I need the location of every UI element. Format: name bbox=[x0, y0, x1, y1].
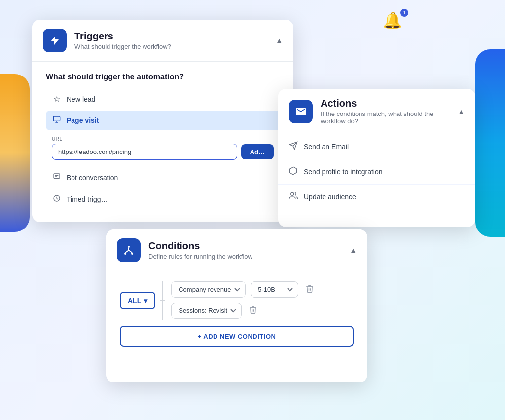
trigger-item-bot-conversation[interactable]: Bot conversation bbox=[46, 168, 280, 188]
all-dropdown[interactable]: ALL ▾ bbox=[120, 292, 155, 309]
url-add-button[interactable]: Ad… bbox=[241, 144, 274, 159]
url-section: URL Ad… bbox=[46, 132, 280, 166]
actions-title: Actions bbox=[321, 98, 452, 109]
trigger-label-timed: Timed trigg… bbox=[67, 195, 108, 203]
all-chevron-icon: ▾ bbox=[144, 297, 147, 305]
svg-point-11 bbox=[124, 253, 126, 255]
conditions-chevron[interactable]: ▲ bbox=[350, 246, 357, 254]
triggers-subtitle: What should trigger the workflow? bbox=[74, 43, 270, 50]
update-audience-icon bbox=[289, 191, 298, 202]
bg-blob-right bbox=[475, 49, 505, 237]
svg-line-15 bbox=[129, 250, 132, 253]
condition-1-value-select[interactable]: 5-10B 1-5B 100M-1B <100M bbox=[251, 281, 298, 298]
action-label-send-profile: Send profile to integration bbox=[304, 168, 383, 176]
action-item-send-email[interactable]: Send an Email bbox=[278, 134, 475, 159]
star-icon: ☆ bbox=[52, 94, 62, 104]
trigger-label-new-lead: New lead bbox=[67, 95, 95, 103]
url-input[interactable] bbox=[52, 144, 237, 160]
action-item-send-profile[interactable]: Send profile to integration bbox=[278, 159, 475, 185]
chat-icon bbox=[52, 173, 62, 183]
conditions-all-row: ALL ▾ Company revenue Company size bbox=[120, 281, 354, 320]
monitor-icon bbox=[52, 115, 62, 125]
bell-icon: 🔔 bbox=[383, 11, 402, 30]
conditions-items: Company revenue Company size Industry 5-… bbox=[171, 281, 354, 320]
clock-icon bbox=[52, 194, 62, 204]
actions-header: Actions If the conditions match, what sh… bbox=[278, 89, 475, 134]
action-item-update-audience[interactable]: Update audience bbox=[278, 185, 475, 209]
trigger-item-new-lead[interactable]: ☆ New lead bbox=[46, 89, 280, 109]
conditions-title: Conditions bbox=[148, 240, 344, 252]
conditions-icon bbox=[117, 238, 141, 262]
actions-subtitle: If the conditions match, what should the… bbox=[321, 110, 452, 125]
send-profile-icon bbox=[289, 166, 298, 177]
trigger-label-page-visit: Page visit bbox=[67, 116, 99, 124]
conditions-card: Conditions Define rules for running the … bbox=[106, 229, 367, 382]
triggers-title: Triggers bbox=[74, 31, 270, 42]
trigger-label-bot-conversation: Bot conversation bbox=[67, 174, 118, 182]
action-label-send-email: Send an Email bbox=[304, 143, 349, 151]
conditions-header-text: Conditions Define rules for running the … bbox=[148, 240, 344, 260]
condition-2-field-select[interactable]: Sessions: Revisit Sessions: New Page vis… bbox=[171, 303, 242, 319]
triggers-chevron[interactable]: ▲ bbox=[276, 37, 283, 44]
triggers-icon bbox=[43, 29, 67, 52]
conditions-body: ALL ▾ Company revenue Company size bbox=[106, 271, 367, 357]
all-label: ALL bbox=[128, 297, 141, 305]
triggers-card: Triggers What should trigger the workflo… bbox=[32, 20, 293, 222]
bg-blob-left bbox=[0, 74, 30, 232]
add-condition-button[interactable]: + ADD NEW CONDITION bbox=[120, 326, 354, 347]
triggers-header: Triggers What should trigger the workflo… bbox=[32, 20, 293, 62]
svg-point-9 bbox=[291, 192, 294, 195]
actions-chevron[interactable]: ▲ bbox=[458, 108, 465, 115]
svg-point-10 bbox=[128, 246, 130, 248]
send-email-icon bbox=[289, 141, 298, 152]
trigger-item-page-visit[interactable]: Page visit bbox=[46, 111, 280, 130]
triggers-header-text: Triggers What should trigger the workflo… bbox=[74, 31, 270, 50]
svg-line-14 bbox=[125, 250, 129, 253]
trigger-item-timed[interactable]: Timed trigg… bbox=[46, 190, 280, 209]
triggers-section-title: What should trigger the automation? bbox=[46, 73, 280, 81]
url-input-row: Ad… bbox=[52, 144, 274, 160]
conditions-subtitle: Define rules for running the workflow bbox=[148, 253, 344, 260]
url-label: URL bbox=[52, 136, 274, 142]
condition-2-delete-button[interactable] bbox=[247, 304, 259, 318]
svg-rect-0 bbox=[53, 116, 60, 121]
svg-rect-3 bbox=[54, 174, 60, 178]
actions-icon bbox=[289, 100, 313, 123]
svg-point-12 bbox=[131, 253, 133, 255]
actions-card: Actions If the conditions match, what sh… bbox=[278, 89, 475, 227]
actions-header-text: Actions If the conditions match, what sh… bbox=[321, 98, 452, 125]
conditions-header: Conditions Define rules for running the … bbox=[106, 229, 367, 271]
bell-badge: 1 bbox=[400, 9, 408, 17]
condition-1-delete-button[interactable] bbox=[303, 282, 316, 297]
notification-bell[interactable]: 🔔 1 bbox=[383, 11, 406, 35]
condition-row-1: Company revenue Company size Industry 5-… bbox=[171, 281, 354, 298]
triggers-body: What should trigger the automation? ☆ Ne… bbox=[32, 62, 293, 222]
action-label-update-audience: Update audience bbox=[304, 193, 356, 201]
condition-1-field-select[interactable]: Company revenue Company size Industry bbox=[171, 281, 246, 298]
condition-row-2: Sessions: Revisit Sessions: New Page vis… bbox=[171, 303, 354, 319]
